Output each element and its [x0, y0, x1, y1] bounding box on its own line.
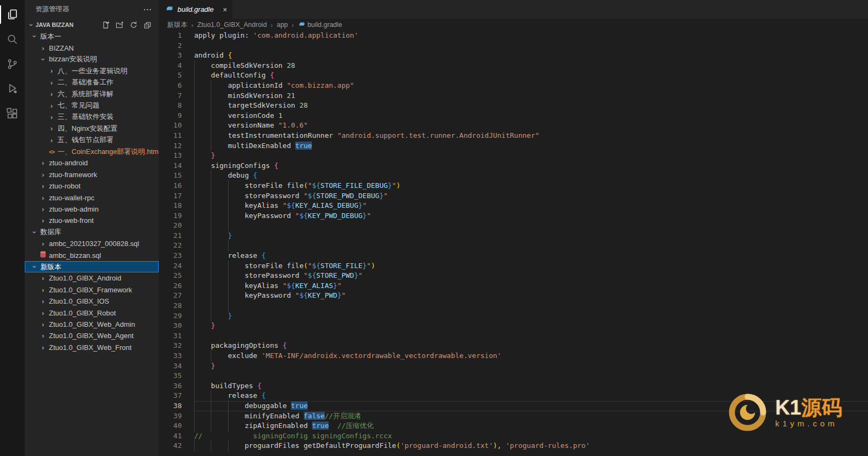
code-line[interactable]: 2 [159, 41, 868, 51]
code-line[interactable]: 29 } [159, 311, 868, 321]
tree-item-label: BIZZAN [49, 44, 74, 52]
tree-item[interactable]: ›七、常见问题 [25, 100, 159, 111]
tree-item[interactable]: ›Ztuo1.0_GIBX_Android [25, 272, 159, 284]
code-line[interactable]: 3android { [159, 51, 868, 61]
code-line[interactable]: 15 debug { [159, 171, 868, 181]
tree-item[interactable]: ›新版本 [25, 261, 159, 272]
chevron-right-icon: › [47, 113, 56, 121]
code-line[interactable]: 34 } [159, 361, 868, 371]
chevron-down-icon: › [39, 55, 47, 64]
tree-item[interactable]: ›Ztuo1.0_GIBX_Framework [25, 284, 159, 296]
code-line[interactable]: 12 multiDexEnabled true [159, 141, 868, 151]
code-line[interactable]: 23 release { [159, 251, 868, 261]
code-line[interactable]: 11 testInstrumentationRunner "android.su… [159, 131, 868, 141]
tree-item[interactable]: ›Ztuo1.0_GIBX_Web_Front [25, 342, 159, 353]
code-line[interactable]: 33 exclude 'META-INF/androidx.vectordraw… [159, 351, 868, 361]
code-line[interactable]: 39 minifyEnabled false//开启混淆 [159, 411, 868, 422]
breadcrumb-item-file[interactable]: build.gradle [298, 20, 343, 30]
tree-item[interactable]: ›ztuo-android [25, 157, 159, 169]
tree-item[interactable]: ›六、系统部署详解 [25, 88, 159, 100]
tree-item[interactable]: ›ambc_20210327_000828.sql [25, 238, 159, 249]
tree-item[interactable]: ›ztuo-web-admin [25, 204, 159, 215]
code-line[interactable]: 40 zipAlignEnabled true //压缩优化 [159, 421, 868, 431]
code-line[interactable]: 31 [159, 331, 868, 341]
tree-item[interactable]: ›ztuo-robot [25, 180, 159, 192]
explorer-icon[interactable] [0, 2, 25, 27]
code-line[interactable]: 24 storeFile file("${STORE_FILE}") [159, 261, 868, 271]
tree-item[interactable]: ›Ztuo1.0_GIBX_IOS [25, 296, 159, 307]
code-line[interactable]: 41// signingConfig signingConfigs.rccx [159, 431, 868, 441]
extensions-icon[interactable] [0, 101, 25, 126]
tree-item[interactable]: ›ztuo-wallet-rpc [25, 192, 159, 203]
code-line[interactable]: 20 [159, 221, 868, 231]
run-debug-icon[interactable] [0, 76, 25, 101]
tree-item[interactable]: ›ztuo-framework [25, 169, 159, 180]
code-line[interactable]: 22 [159, 241, 868, 251]
code-line[interactable]: 35 [159, 371, 868, 381]
collapse-all-icon[interactable] [143, 20, 152, 30]
code-line[interactable]: 4 compileSdkVersion 28 [159, 61, 868, 71]
tree-item[interactable]: ›Ztuo1.0_GIBX_Web_Agent [25, 330, 159, 341]
code-editor[interactable]: 1apply plugin: 'com.android.application'… [159, 31, 868, 456]
code-line[interactable]: 18 keyAlias "${KEY_ALIAS_DEBUG}" [159, 201, 868, 211]
code-line[interactable]: 27 keyPassword "${KEY_PWD}" [159, 291, 868, 301]
code-line[interactable]: 6 applicationId "com.bizzan.app" [159, 81, 868, 91]
code-line[interactable]: 17 storePassword "${STORE_PWD_DEBUG}" [159, 191, 868, 201]
tree-item[interactable]: ›五、钱包节点部署 [25, 135, 159, 146]
tree-item[interactable]: ›BIZZAN [25, 42, 159, 53]
tree-item-label: 数据库 [40, 227, 61, 237]
code-line[interactable]: 30 } [159, 321, 868, 331]
code-line[interactable]: 19 keyPassword "${KEY_PWD_DEBUG}" [159, 211, 868, 221]
code-line[interactable]: 42 proguardFiles getDefaultProguardFile(… [159, 441, 868, 451]
close-icon[interactable]: × [223, 5, 227, 14]
code-line[interactable]: 26 keyAlias "${KEY_ALIAS}" [159, 281, 868, 291]
code-line[interactable]: 14 signingConfigs { [159, 161, 868, 171]
tree-item[interactable]: ›bizzan安装说明 [25, 54, 159, 65]
tree-item[interactable]: ›ztuo-web-front [25, 215, 159, 226]
chevron-right-icon: › [39, 320, 47, 328]
chevron-right-icon: › [39, 216, 47, 225]
tree-item[interactable]: ›Ztuo1.0_GIBX_Robot [25, 307, 159, 318]
tree-item[interactable]: ›八、一些业务逻辑说明 [25, 65, 159, 76]
chevron-right-icon: › [47, 67, 56, 75]
code-line[interactable]: 32 packagingOptions { [159, 341, 868, 351]
code-line[interactable]: 16 storeFile file("${STORE_FILE_DEBUG}") [159, 181, 868, 191]
code-line[interactable]: 9 versionCode 1 [159, 111, 868, 121]
code-line[interactable]: 28 [159, 301, 868, 311]
code-line[interactable]: 13 } [159, 151, 868, 161]
tree-item[interactable]: ambc_bizzan.sql [25, 249, 159, 261]
refresh-icon[interactable] [129, 20, 138, 30]
code-line[interactable]: 7 minSdkVersion 21 [159, 91, 868, 101]
breadcrumb-item[interactable]: app [276, 21, 288, 29]
tree-item-label: 六、系统部署详解 [58, 89, 113, 99]
code-line[interactable]: 21 } [159, 231, 868, 241]
search-icon[interactable] [0, 27, 25, 52]
code-line[interactable]: 10 versionName "1.0.6" [159, 121, 868, 131]
breadcrumb-item[interactable]: Ztuo1.0_GIBX_Android [197, 21, 267, 29]
tree-item[interactable]: ›三、基础软件安装 [25, 111, 159, 123]
tree-section-header[interactable]: › JAVA BIZZAN [25, 19, 159, 31]
chevron-right-icon: › [291, 21, 294, 29]
code-line[interactable]: 8 targetSdkVersion 28 [159, 101, 868, 111]
code-line[interactable]: 25 storePassword "${STORE_PWD}" [159, 271, 868, 281]
source-control-icon[interactable] [0, 52, 25, 76]
code-line[interactable]: 36 buildTypes { [159, 381, 868, 391]
chevron-right-icon: › [191, 21, 194, 29]
tree-item[interactable]: ›数据库 [25, 227, 159, 238]
tree-item[interactable]: <>一、CoinExchange部署说明.html [25, 146, 159, 157]
new-folder-icon[interactable] [115, 20, 124, 30]
new-file-icon[interactable] [101, 20, 110, 30]
tree-item[interactable]: ›二、基础准备工作 [25, 77, 159, 88]
code-line[interactable]: 37 release { [159, 391, 868, 401]
tab-label: build.gradle [177, 5, 214, 13]
line-number: 20 [159, 221, 182, 231]
code-line[interactable]: 38 debuggable true [159, 401, 868, 411]
code-line[interactable]: 5 defaultConfig { [159, 71, 868, 81]
tree-item[interactable]: ›四、Nginx安装配置 [25, 123, 159, 134]
tree-item[interactable]: ›Ztuo1.0_GIBX_Web_Admin [25, 319, 159, 330]
code-line[interactable]: 1apply plugin: 'com.android.application' [159, 31, 868, 41]
more-actions-icon[interactable]: ⋯ [143, 4, 152, 15]
tree-item[interactable]: ›版本一 [25, 31, 159, 42]
tab-build-gradle[interactable]: build.gradle × [159, 0, 232, 19]
breadcrumb-item[interactable]: 新版本 [167, 20, 188, 30]
